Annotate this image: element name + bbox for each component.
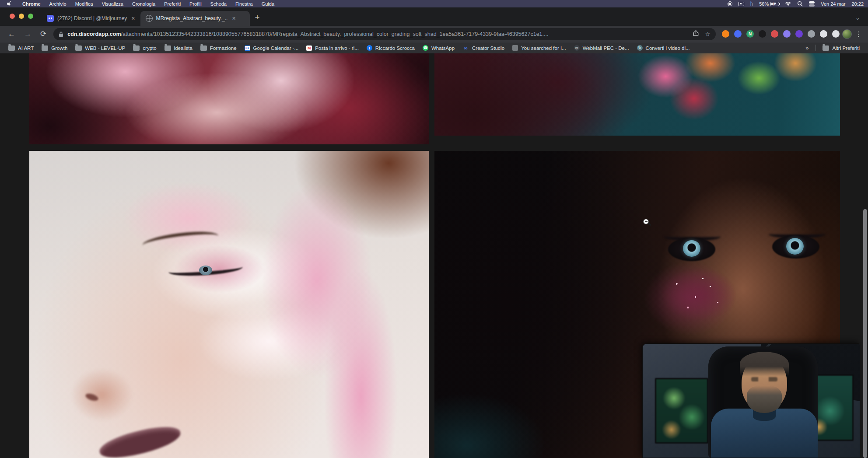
tab-image-active[interactable]: MRregista_Abstract_beauty._.. ×	[140, 11, 250, 26]
control-center-icon[interactable]	[809, 1, 815, 7]
bookmark-item[interactable]: WEB - LEVEL-UP	[71, 45, 129, 51]
menu-item-archivio[interactable]: Archivio	[45, 1, 71, 7]
bookmark-label: You searched for I...	[521, 45, 566, 51]
chrome-menu-kebab-icon[interactable]: ⋮	[852, 30, 864, 38]
tab-image-close-icon[interactable]: ×	[231, 15, 236, 22]
menu-item-profili[interactable]: Profili	[185, 1, 206, 7]
grid-extension[interactable]	[808, 30, 815, 38]
left-portrait-iris	[199, 266, 212, 275]
forward-button[interactable]: →	[20, 30, 36, 38]
bookmark-label: Growth	[51, 45, 67, 51]
grid-image-top-left[interactable]	[29, 53, 429, 144]
green-extension[interactable]: N	[746, 30, 754, 38]
record-status-icon[interactable]	[728, 1, 732, 6]
address-bar[interactable]: cdn.discordapp.com/attachments/101351233…	[53, 28, 716, 40]
menu-item-cronologia[interactable]: Cronologia	[128, 1, 160, 7]
sidepanel-extension[interactable]	[832, 30, 840, 38]
new-tab-button[interactable]: +	[255, 13, 260, 22]
whatsapp-icon: ☎	[423, 45, 428, 51]
tab-discord-close-icon[interactable]: ×	[130, 15, 136, 22]
bookmark-label: WebMail PEC - De...	[583, 45, 629, 51]
profile-avatar[interactable]	[842, 29, 852, 39]
folder-icon	[200, 45, 207, 51]
bookmark-label: Google Calendar -...	[253, 45, 299, 51]
bookmark-label: Creator Studio	[472, 45, 504, 51]
lavender-extension[interactable]	[783, 30, 791, 38]
bookmark-item[interactable]: @ WebMail PEC - De...	[570, 45, 633, 51]
wifi-icon[interactable]	[785, 1, 791, 7]
menu-item-modifica[interactable]: Modifica	[71, 1, 98, 7]
presenter-hair	[740, 352, 789, 376]
bookmark-label: Formazione	[210, 45, 237, 51]
left-portrait-nose	[71, 369, 133, 421]
menu-item-chrome[interactable]: Chrome	[18, 1, 45, 7]
battery-percent: 56%	[759, 1, 769, 7]
fullscreen-window-button[interactable]	[28, 14, 33, 19]
folder-icon	[42, 45, 48, 51]
purple-extension[interactable]	[795, 30, 803, 38]
red-extension[interactable]	[771, 30, 778, 38]
menu-item-scheda[interactable]: Scheda	[206, 1, 231, 7]
bookmark-item[interactable]: f Riccardo Scrocca	[363, 45, 419, 51]
menu-item-finestra[interactable]: Finestra	[231, 1, 257, 7]
bookmark-item[interactable]: You searched for I...	[508, 45, 570, 51]
url-text: cdn.discordapp.com/attachments/101351233…	[67, 31, 548, 37]
bookmark-item[interactable]: 31 Google Calendar -...	[241, 45, 303, 51]
menu-item-guida[interactable]: Guida	[257, 1, 279, 7]
page-content	[0, 53, 868, 458]
reload-button[interactable]: ⟳	[36, 29, 51, 38]
bookmark-item[interactable]: idealista	[161, 45, 196, 51]
apple-menu-icon[interactable]	[7, 1, 13, 7]
https-lock-icon[interactable]	[59, 31, 63, 37]
bookmark-label: Posta in arrivo - ri...	[315, 45, 359, 51]
bookmark-star-icon[interactable]: ☆	[705, 31, 710, 38]
bookmarks-bar: AI ART Growth WEB - LEVEL-UP crypto	[0, 42, 868, 53]
bookmark-item[interactable]: ∞ Creator Studio	[458, 45, 508, 51]
bookmark-item[interactable]: M Posta in arrivo - ri...	[302, 45, 363, 51]
globe-favicon	[146, 15, 153, 22]
folder-icon	[133, 45, 140, 51]
menubar-clock[interactable]: 20:22	[851, 1, 864, 7]
puzzle-extension[interactable]	[820, 30, 827, 38]
meta-icon: ∞	[462, 45, 469, 51]
bookmark-item[interactable]: ☎ WhatsApp	[419, 45, 458, 51]
tab-discord[interactable]: (2762) Discord | @Midjourney ×	[42, 11, 140, 26]
bookmark-label: WhatsApp	[431, 45, 455, 51]
page-scrollbar[interactable]	[863, 209, 867, 458]
menu-item-visualizza[interactable]: Visualizza	[98, 1, 128, 7]
bookmark-item[interactable]: AI ART	[4, 45, 38, 51]
bookmark-label: crypto	[143, 45, 156, 51]
bookmark-item[interactable]: Formazione	[196, 45, 241, 51]
tab-search-chevron-icon[interactable]: ⌄	[855, 14, 860, 21]
black-extension[interactable]	[759, 30, 766, 38]
spotlight-search-icon[interactable]	[797, 1, 803, 7]
chrome-tabstrip: (2762) Discord | @Midjourney × MRregista…	[0, 7, 868, 26]
close-window-button[interactable]	[10, 14, 15, 19]
grid-image-bottom-left[interactable]	[29, 151, 429, 458]
grid-image-top-right[interactable]	[434, 53, 840, 136]
bookmark-label: AI ART	[18, 45, 34, 51]
battery-indicator[interactable]: 56% Ϝ	[759, 1, 779, 7]
bluetooth-icon[interactable]: ᚢ	[750, 1, 753, 6]
calendar-icon: 31	[245, 45, 250, 51]
menubar-date[interactable]: Ven 24 mar	[821, 1, 845, 7]
minimize-window-button[interactable]	[19, 14, 24, 19]
blue-extension[interactable]	[734, 30, 742, 38]
convert-icon: ↻	[637, 45, 643, 51]
share-icon[interactable]	[693, 30, 699, 38]
bookmark-item[interactable]: Growth	[38, 45, 71, 51]
chrome-toolbar: ← → ⟳ cdn.discordapp.com/attachments/101…	[0, 26, 868, 42]
bookmark-item[interactable]: crypto	[129, 45, 160, 51]
bookmarks-list: AI ART Growth WEB - LEVEL-UP crypto	[4, 45, 694, 51]
fox-orange-extension[interactable]	[722, 30, 729, 38]
bookmarks-overflow-chevron[interactable]: »	[801, 45, 813, 51]
back-button[interactable]: ←	[4, 30, 20, 38]
menu-item-preferiti[interactable]: Preferiti	[160, 1, 185, 7]
tab-image-title: MRregista_Abstract_beauty._..	[156, 15, 228, 21]
background-monitor-left	[655, 378, 708, 444]
bookmark-item[interactable]: ↻ Converti i video di...	[633, 45, 694, 51]
screen-mirroring-icon[interactable]	[738, 2, 744, 6]
macos-menubar: Chrome Archivio Modifica Visualizza Cron…	[0, 0, 868, 7]
folder-icon	[822, 45, 829, 51]
other-bookmarks-folder[interactable]: Altri Preferiti	[819, 45, 864, 51]
